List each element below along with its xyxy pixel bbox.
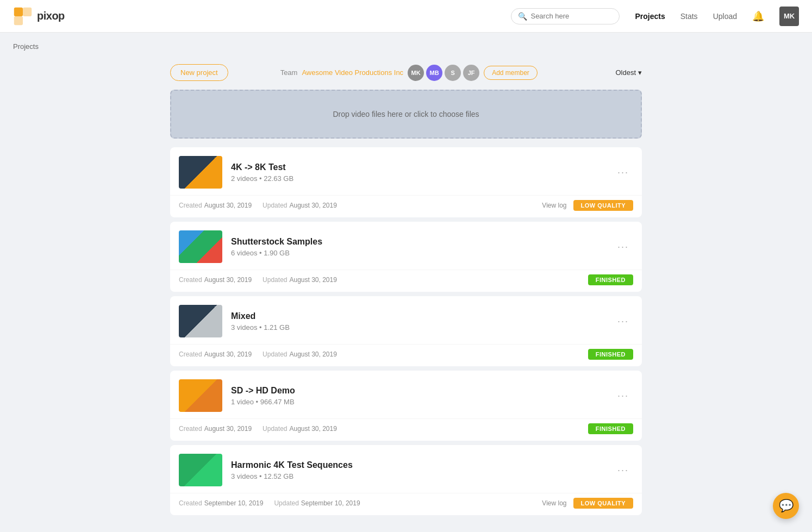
drop-zone[interactable]: Drop video files here or click to choose… (170, 90, 642, 139)
sort-dropdown[interactable]: Oldest ▾ (615, 68, 642, 77)
project-meta: 6 videos • 1.90 GB (231, 249, 604, 257)
updated-label: Updated (263, 276, 287, 284)
bottom-right: FINISHED (588, 423, 633, 434)
svg-rect-2 (14, 16, 23, 25)
created-label: Created (179, 351, 202, 358)
toolbar: New project Team Awesome Video Productio… (170, 64, 642, 81)
chevron-down-icon: ▾ (638, 68, 642, 77)
project-card[interactable]: Shutterstock Samples 6 videos • 1.90 GB … (170, 222, 642, 292)
main-content: New project Team Awesome Video Productio… (161, 51, 651, 532)
sort-label: Oldest (615, 68, 636, 77)
project-menu-button[interactable]: ··· (613, 239, 633, 255)
search-box[interactable]: 🔍 (511, 8, 620, 24)
project-title: Mixed (231, 311, 604, 321)
bell-icon[interactable]: 🔔 (752, 10, 764, 22)
nav-projects[interactable]: Projects (635, 12, 665, 21)
chat-icon: 💬 (779, 499, 794, 513)
logo-text: pixop (37, 10, 65, 22)
project-meta: 3 videos • 12.52 GB (231, 472, 604, 480)
bottom-right: FINISHED (588, 349, 633, 360)
user-avatar[interactable]: MK (779, 7, 799, 26)
project-card[interactable]: 4K -> 8K Test 2 videos • 22.63 GB ··· Cr… (170, 147, 642, 217)
updated-label: Updated (263, 202, 287, 209)
project-card-bottom: Created August 30, 2019 Updated August 3… (170, 418, 642, 441)
created-date: August 30, 2019 (204, 425, 252, 433)
team-label: Team (280, 68, 298, 77)
created-date: August 30, 2019 (204, 202, 252, 209)
nav-stats[interactable]: Stats (680, 12, 698, 21)
project-title: SD -> HD Demo (231, 386, 604, 396)
project-card[interactable]: SD -> HD Demo 1 video • 966.47 MB ··· Cr… (170, 371, 642, 441)
svg-rect-1 (23, 7, 32, 16)
project-title: Shutterstock Samples (231, 237, 604, 247)
drop-zone-text: Drop video files here or click to choose… (333, 110, 479, 118)
project-info: SD -> HD Demo 1 video • 966.47 MB (231, 386, 604, 406)
status-badge: FINISHED (588, 274, 633, 285)
logo-icon (13, 7, 33, 26)
project-card-top: SD -> HD Demo 1 video • 966.47 MB ··· (170, 371, 642, 418)
created-label: Created (179, 202, 202, 209)
project-thumbnail (179, 379, 222, 412)
svg-rect-0 (14, 7, 23, 16)
project-meta: 1 video • 966.47 MB (231, 398, 604, 406)
project-title: Harmonic 4K Test Sequences (231, 460, 604, 470)
member-avatar-s[interactable]: S (445, 65, 461, 81)
project-menu-button[interactable]: ··· (613, 165, 633, 180)
member-avatar-mb[interactable]: MB (426, 65, 442, 81)
view-log-link[interactable]: View log (542, 202, 566, 209)
view-log-link[interactable]: View log (542, 499, 566, 507)
member-avatar-mk[interactable]: MK (408, 65, 424, 81)
team-name: Awesome Video Productions Inc (302, 68, 403, 77)
search-input[interactable] (530, 12, 613, 20)
project-thumbnail (179, 454, 222, 486)
project-info: Harmonic 4K Test Sequences 3 videos • 12… (231, 460, 604, 480)
project-menu-button[interactable]: ··· (613, 314, 633, 329)
project-thumbnail (179, 305, 222, 337)
project-card[interactable]: Harmonic 4K Test Sequences 3 videos • 12… (170, 445, 642, 515)
project-card-top: 4K -> 8K Test 2 videos • 22.63 GB ··· (170, 147, 642, 195)
updated-date: September 10, 2019 (301, 499, 360, 507)
project-card-bottom: Created August 30, 2019 Updated August 3… (170, 344, 642, 366)
member-avatars: MK MB S JF (408, 65, 479, 81)
project-thumbnail (179, 156, 222, 189)
project-card[interactable]: Mixed 3 videos • 1.21 GB ··· Created Aug… (170, 296, 642, 366)
project-list: 4K -> 8K Test 2 videos • 22.63 GB ··· Cr… (170, 147, 642, 515)
project-thumbnail (179, 230, 222, 263)
new-project-button[interactable]: New project (170, 64, 228, 81)
created-label: Created (179, 276, 202, 284)
logo[interactable]: pixop (13, 7, 65, 26)
status-badge: FINISHED (588, 349, 633, 360)
status-badge: FINISHED (588, 423, 633, 434)
member-avatar-jf[interactable]: JF (463, 65, 479, 81)
breadcrumb: Projects (0, 33, 812, 51)
project-meta: 3 videos • 1.21 GB (231, 323, 604, 331)
header: pixop 🔍 Projects Stats Upload 🔔 MK (0, 0, 812, 33)
project-card-bottom: Created August 30, 2019 Updated August 3… (170, 270, 642, 292)
project-card-top: Harmonic 4K Test Sequences 3 videos • 12… (170, 445, 642, 493)
project-card-bottom: Created September 10, 2019 Updated Septe… (170, 493, 642, 515)
nav-upload[interactable]: Upload (713, 12, 737, 21)
project-menu-button[interactable]: ··· (613, 462, 633, 478)
updated-label: Updated (263, 425, 287, 433)
project-info: Mixed 3 videos • 1.21 GB (231, 311, 604, 331)
project-menu-button[interactable]: ··· (613, 388, 633, 404)
updated-date: August 30, 2019 (289, 276, 336, 284)
updated-label: Updated (263, 351, 287, 358)
created-label: Created (179, 499, 202, 507)
created-label: Created (179, 425, 202, 433)
project-card-top: Shutterstock Samples 6 videos • 1.90 GB … (170, 222, 642, 270)
add-member-button[interactable]: Add member (484, 66, 538, 80)
status-badge: LOW QUALITY (573, 200, 634, 211)
updated-label: Updated (274, 499, 298, 507)
created-date: September 10, 2019 (204, 499, 264, 507)
project-title: 4K -> 8K Test (231, 162, 604, 172)
bottom-right: View log LOW QUALITY (542, 498, 633, 509)
project-card-top: Mixed 3 videos • 1.21 GB ··· (170, 296, 642, 344)
header-nav: 🔍 Projects Stats Upload 🔔 MK (511, 7, 799, 26)
updated-date: August 30, 2019 (289, 425, 336, 433)
bottom-right: View log LOW QUALITY (542, 200, 633, 211)
project-info: Shutterstock Samples 6 videos • 1.90 GB (231, 237, 604, 257)
breadcrumb-label: Projects (13, 42, 39, 51)
chat-bubble-button[interactable]: 💬 (773, 493, 799, 519)
bottom-right: FINISHED (588, 274, 633, 285)
